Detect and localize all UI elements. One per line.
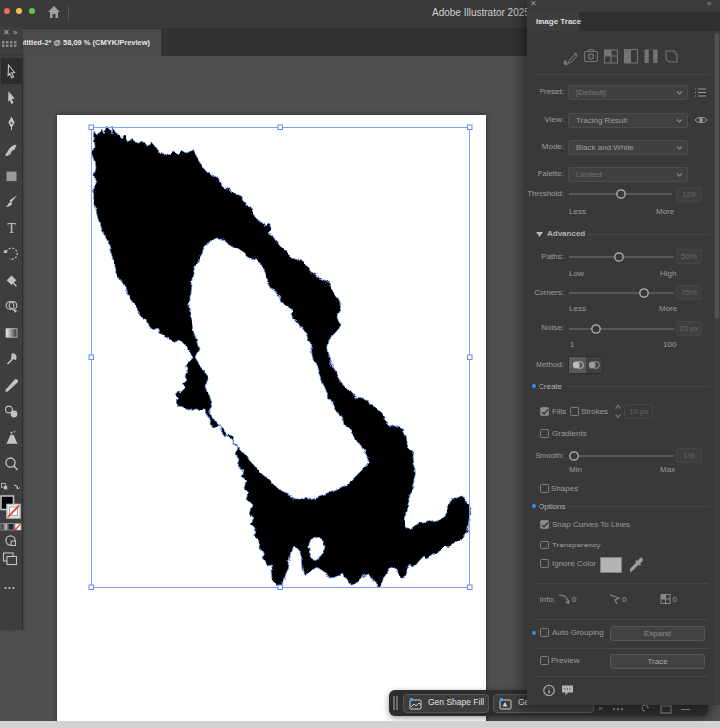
svg-text:T: T — [7, 221, 16, 236]
